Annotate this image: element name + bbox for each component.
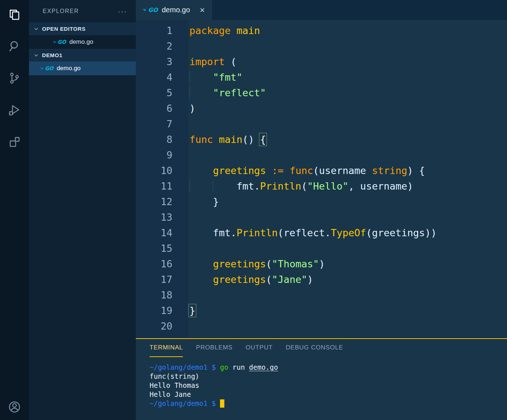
code-token: ( [301, 181, 307, 192]
code-token: ) { [407, 165, 425, 176]
editor-tab[interactable]: GOdemo.go× [136, 0, 212, 20]
code-line[interactable]: 8func main() { [136, 132, 507, 147]
go-icon-label: GO [45, 66, 53, 71]
code-line[interactable]: 17 greetings("Jane") [136, 272, 507, 287]
code-token: { [260, 134, 266, 145]
code-line[interactable]: 6) [136, 101, 507, 116]
code-text: } [188, 303, 507, 318]
code-line[interactable]: 19} [136, 303, 507, 318]
panel-tab-terminal[interactable]: TERMINAL [150, 339, 183, 357]
search-icon [8, 39, 21, 53]
code-line[interactable]: 10 greetings := func(username string) { [136, 163, 507, 178]
code-token: fmt. [189, 181, 260, 192]
sidebar: EXPLORER ··· OPEN EDITORSGOdemo.goDEMO1G… [29, 0, 136, 420]
indent-guide-line [189, 180, 190, 192]
line-number: 8 [136, 132, 188, 147]
code-token: TypeOf [331, 227, 366, 238]
line-number: 6 [136, 101, 188, 116]
panel-tab-problems[interactable]: PROBLEMS [196, 339, 232, 357]
file-item[interactable]: GOdemo.go [29, 61, 136, 75]
chevron-down-icon [33, 26, 39, 32]
code-line[interactable]: 16 greetings("Thomas") [136, 256, 507, 272]
go-lines-icon [53, 40, 57, 44]
file-item[interactable]: GOdemo.go [29, 35, 136, 49]
terminal-line: ~/golang/demo1 $ █ [150, 399, 507, 408]
code-text [188, 147, 507, 163]
more-actions-button[interactable]: ··· [118, 7, 127, 16]
code-token: (username [313, 165, 372, 176]
line-number: 16 [136, 256, 188, 272]
code-text: import ( [188, 54, 507, 69]
code-editor[interactable]: 1package main23import (4 "fmt"5 "reflect… [136, 20, 507, 338]
terminal-token: Hello Jane [150, 390, 191, 398]
code-line[interactable]: 20 [136, 318, 507, 334]
activity-item-run-debug[interactable] [7, 102, 22, 118]
code-token: ) [307, 274, 313, 285]
code-line[interactable]: 9 [136, 147, 507, 163]
terminal-token [208, 399, 211, 407]
terminal-line: ~/golang/demo1 $ go run demo.go [150, 363, 507, 372]
activity-item-search[interactable] [7, 38, 22, 54]
code-token: greetings [213, 274, 266, 285]
terminal-cursor: █ [220, 399, 224, 407]
terminal-token [216, 399, 220, 407]
code-token: greetings [213, 258, 266, 270]
section-header-open-editors[interactable]: OPEN EDITORS [29, 22, 136, 35]
code-token: main [219, 134, 242, 145]
code-line[interactable]: 15 [136, 241, 507, 256]
source-control-icon [8, 71, 21, 85]
panel-tab-output[interactable]: OUTPUT [246, 339, 273, 357]
go-lines-icon [143, 8, 148, 12]
code-line[interactable]: 2 [136, 38, 507, 54]
tab-bar: GOdemo.go× [136, 0, 507, 20]
code-line[interactable]: 14 fmt.Println(reflect.TypeOf(greetings)… [136, 225, 507, 241]
section-header-demo1[interactable]: DEMO1 [29, 49, 136, 61]
code-token: } [189, 196, 219, 207]
code-token [189, 87, 213, 98]
code-line[interactable]: 18 [136, 287, 507, 303]
terminal-output[interactable]: ~/golang/demo1 $ go run demo.gofunc(stri… [136, 357, 507, 408]
code-line[interactable]: 11 fmt.Println("Hello", username) [136, 178, 507, 194]
go-file-icon: GO [41, 66, 53, 71]
terminal-line: func(string) [150, 372, 507, 381]
go-icon-label: GO [148, 7, 158, 13]
line-number: 19 [136, 303, 188, 318]
code-line[interactable]: 7 [136, 116, 507, 132]
code-token: ( [266, 258, 272, 270]
code-line[interactable]: 13 [136, 209, 507, 225]
terminal-token: go [220, 363, 229, 371]
code-text [188, 241, 507, 256]
activity-item-explorer[interactable] [7, 7, 22, 22]
section-label: DEMO1 [42, 52, 62, 58]
code-line[interactable]: 5 "reflect" [136, 85, 507, 101]
close-icon[interactable]: × [200, 6, 205, 14]
code-token: ( [225, 56, 237, 67]
terminal-token: ~/golang/demo1 [150, 363, 208, 371]
activity-bar-items [0, 0, 29, 150]
code-token [189, 165, 213, 176]
code-text [188, 38, 507, 54]
code-text [188, 116, 507, 132]
terminal-token: ~/golang/demo1 [150, 399, 208, 407]
terminal-token [216, 363, 220, 371]
code-line[interactable]: 12 } [136, 194, 507, 209]
code-token: main [236, 25, 260, 36]
sidebar-title: EXPLORER [43, 8, 79, 14]
terminal-token: $ [212, 363, 216, 371]
code-line[interactable]: 1package main [136, 23, 507, 38]
activity-item-source-control[interactable] [7, 70, 22, 86]
code-line[interactable]: 3import ( [136, 54, 507, 69]
code-text: "reflect" [188, 85, 507, 101]
code-text: "fmt" [188, 69, 507, 85]
activity-item-account[interactable] [7, 399, 22, 415]
code-token: } [189, 305, 195, 316]
code-line[interactable]: 4 "fmt" [136, 69, 507, 85]
bottom-panel: TERMINALPROBLEMSOUTPUTDEBUG CONSOLE ~/go… [136, 338, 507, 420]
line-number: 4 [136, 69, 188, 85]
panel-tab-debug-console[interactable]: DEBUG CONSOLE [286, 339, 343, 357]
sidebar-sections: OPEN EDITORSGOdemo.goDEMO1GOdemo.go [29, 22, 136, 75]
activity-bar-bottom [0, 399, 29, 415]
terminal-token: demo.go [249, 363, 278, 371]
activity-item-extensions[interactable] [7, 134, 22, 150]
terminal-token: func(string) [150, 372, 199, 380]
